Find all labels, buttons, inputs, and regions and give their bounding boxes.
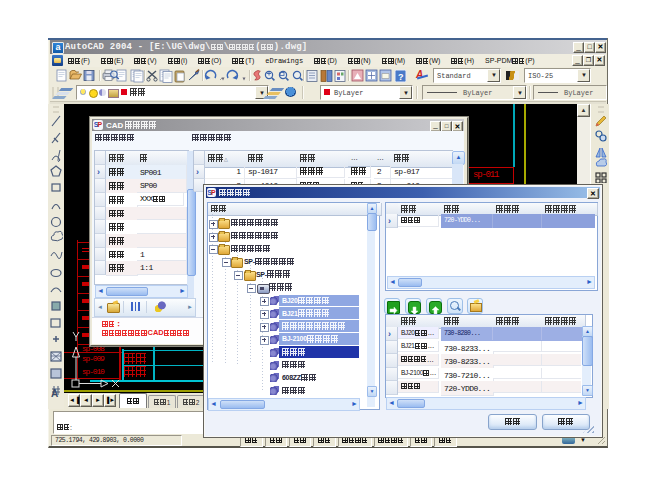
svg-text:?: ? [398, 72, 404, 82]
